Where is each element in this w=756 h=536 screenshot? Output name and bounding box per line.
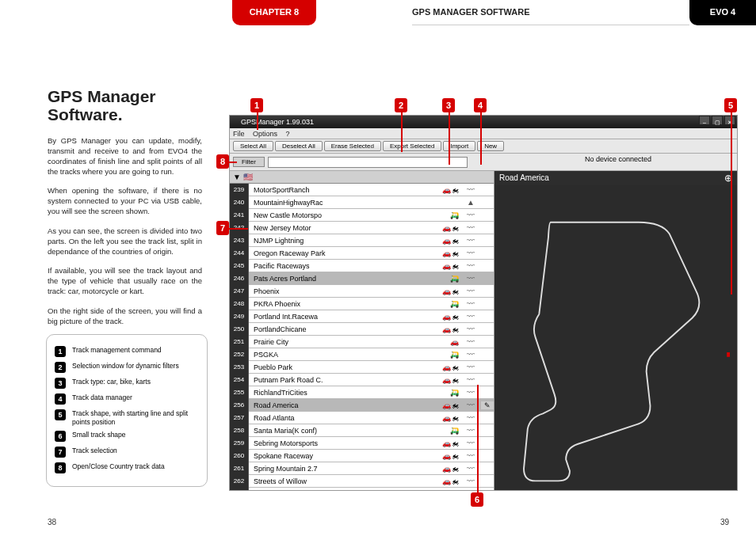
track-num: 247: [230, 285, 249, 298]
track-row[interactable]: 262Streets of Willow🚗🏍〰: [230, 475, 494, 488]
track-row[interactable]: 252PSGKA🛺〰: [230, 348, 494, 361]
track-row[interactable]: 242New Jersey Motor🚗🏍〰: [230, 222, 494, 234]
track-num: 258: [230, 424, 249, 437]
btn-erase-selected[interactable]: Erase Selected: [324, 141, 381, 151]
track-view: [494, 185, 737, 490]
track-row[interactable]: 263Summit Point🚗🏍〰: [230, 488, 494, 490]
btn-deselect-all[interactable]: Deselect All: [275, 141, 323, 151]
track-row[interactable]: 244Oregon Raceway Park🚗🏍〰: [230, 247, 494, 260]
track-row[interactable]: 245Pacific Raceways🚗🏍〰: [230, 260, 494, 272]
track-name: Road Atlanta: [249, 412, 426, 424]
track-row[interactable]: 247Phoenix🚗🏍〰: [230, 285, 494, 298]
track-row[interactable]: 259Sebring Motorsports🚗🏍〰: [230, 437, 494, 450]
track-num: 246: [230, 272, 249, 285]
track-name: Pats Acres Portland: [249, 272, 426, 285]
page-number-left: 38: [48, 518, 56, 526]
track-shape-icon: 〰: [460, 287, 481, 295]
track-name: RichlandTriCities: [249, 386, 426, 399]
win-max-icon[interactable]: ▢: [712, 116, 723, 125]
vehicle-icon: 🚗: [442, 414, 451, 422]
track-row[interactable]: 253Pueblo Park🚗🏍〰: [230, 361, 494, 374]
track-row[interactable]: 239MotorSportRanch🚗🏍〰: [230, 184, 494, 196]
screenshot-window: GPSManager 1.99.031 – ▢ ✕ File Options ?…: [229, 115, 738, 491]
track-row[interactable]: 248PKRA Phoenix🛺〰: [230, 298, 494, 310]
track-type-icons: 🛺: [426, 427, 460, 435]
vehicle-icon: 🚗: [442, 490, 451, 491]
vehicle-icon: 🚗: [442, 465, 451, 473]
callout-1-line: [257, 112, 258, 130]
track-row[interactable]: 258Santa Maria(K conf)🛺〰: [230, 424, 494, 437]
track-row[interactable]: 240MountainHighwayRac▲: [230, 196, 494, 209]
menu-help[interactable]: ?: [286, 130, 290, 138]
track-num: 263: [230, 488, 249, 491]
track-num: 241: [230, 209, 249, 222]
track-name: Prairie City: [249, 336, 426, 348]
btn-export-selected[interactable]: Export Selected: [383, 141, 441, 151]
para-2: When opening the software, if there is n…: [48, 186, 202, 216]
track-type-icons: 🛺: [426, 211, 460, 219]
toolbar: Select All Deselect All Erase Selected E…: [230, 139, 737, 154]
track-row[interactable]: 257Road Atlanta🚗🏍〰: [230, 412, 494, 424]
menu-file[interactable]: File: [233, 130, 245, 138]
track-name: Pueblo Park: [249, 361, 426, 374]
track-row[interactable]: 250PortlandChicane🚗🏍〰: [230, 323, 494, 336]
legend-num: 6: [55, 431, 66, 442]
vehicle-icon: 🏍: [452, 262, 459, 270]
track-name: Pacific Raceways: [249, 260, 426, 272]
track-name: Road America: [249, 399, 426, 412]
vehicle-icon: 🏍: [452, 465, 459, 473]
callout-1: 1: [250, 98, 263, 112]
legend-row: 5Track shape, with starting line and spl…: [55, 409, 199, 426]
track-num: 245: [230, 260, 249, 272]
track-row[interactable]: 246Pats Acres Portland🛺〰: [230, 272, 494, 285]
track-num: 248: [230, 298, 249, 310]
callout-4-line: [480, 112, 482, 165]
track-shape-svg: [501, 192, 731, 498]
track-handle-icon[interactable]: ✎: [481, 401, 494, 409]
vehicle-icon: 🚗: [442, 287, 451, 295]
track-num: 251: [230, 336, 249, 348]
btn-select-all[interactable]: Select All: [233, 141, 273, 151]
callout-3-line: [449, 112, 450, 165]
track-type-icons: 🛺: [426, 351, 460, 359]
track-num: 257: [230, 412, 249, 424]
vehicle-icon: 🚗: [442, 186, 451, 194]
track-name: Streets of Willow: [249, 475, 426, 488]
win-min-icon[interactable]: –: [699, 116, 710, 125]
track-row[interactable]: 251Prairie City🚗〰: [230, 336, 494, 348]
vehicle-icon: 🚗: [442, 313, 451, 321]
track-type-icons: 🚗🏍: [426, 477, 460, 485]
track-type-icons: 🚗🏍: [426, 363, 460, 371]
track-row[interactable]: 255RichlandTriCities🛺〰: [230, 386, 494, 399]
track-shape-icon: 〰: [460, 249, 481, 257]
track-name: MotorSportRanch: [249, 184, 426, 196]
vehicle-icon: 🚗: [442, 401, 451, 409]
track-list[interactable]: 239MotorSportRanch🚗🏍〰240MountainHighwayR…: [230, 184, 494, 490]
vehicle-icon: 🏍: [452, 249, 459, 257]
track-row[interactable]: 243NJMP Lightning🚗🏍〰: [230, 234, 494, 247]
vehicle-icon: 🛺: [450, 211, 459, 219]
titlebar: GPSManager 1.99.031 – ▢ ✕: [230, 116, 737, 128]
track-row[interactable]: 261Spring Mountain 2.7🚗🏍〰: [230, 462, 494, 475]
vehicle-icon: 🚗: [450, 338, 459, 346]
win-close-icon[interactable]: ✕: [724, 116, 735, 125]
callout-4: 4: [474, 98, 487, 112]
legend-row: 3Track type: car, bike, karts: [55, 378, 199, 389]
filter-select[interactable]: [268, 157, 468, 168]
country-toggle[interactable]: ▼ 🇺🇸: [230, 171, 494, 184]
track-type-icons: 🚗🏍: [426, 414, 460, 422]
track-shape-icon: 〰: [460, 185, 481, 194]
vehicle-icon: 🚗: [442, 237, 451, 245]
track-row[interactable]: 256Road America🚗🏍〰✎: [230, 399, 494, 412]
vehicle-icon: 🏍: [452, 439, 459, 447]
track-row[interactable]: 254Putnam Park Road C.🚗🏍〰: [230, 374, 494, 386]
menu-options[interactable]: Options: [253, 130, 277, 138]
track-row[interactable]: 249Portland Int.Racewa🚗🏍〰: [230, 310, 494, 323]
vehicle-icon: 🚗: [442, 376, 451, 384]
legend-text: Track management command: [72, 346, 199, 355]
track-row[interactable]: 260Spokane Raceway🚗🏍〰: [230, 450, 494, 462]
legend-row: 4Track data manager: [55, 393, 199, 405]
vehicle-icon: 🏍: [452, 452, 459, 460]
track-row[interactable]: 241New Castle Motorspo🛺〰: [230, 209, 494, 222]
track-type-icons: 🚗: [426, 338, 460, 346]
